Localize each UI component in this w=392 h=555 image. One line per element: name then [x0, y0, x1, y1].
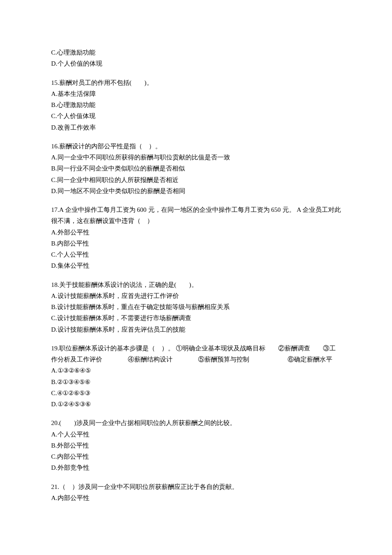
question-stem: 17.A 企业中操作工每月工资为 600 元，在同一地区的企业中操作工每月工资为…: [51, 204, 341, 227]
option-c: C.设计技能薪酬体系时，不需要进行市场薪酬调查: [51, 312, 341, 324]
option-b: B.②①③④⑤⑥: [51, 376, 341, 387]
option-a: A.内部公平性: [51, 492, 341, 503]
question-21: 21.（ ）涉及同一企业中不同职位所获薪酬应正比于各自的贡献。 A.内部公平性: [51, 481, 341, 504]
option-a: A.①③②⑥④⑤: [51, 365, 341, 376]
option-d: D.集体公平性: [51, 260, 341, 271]
option-b: B.设计技能薪酬体系时，重点在于确定技能等级与薪酬相应关系: [51, 301, 341, 312]
option-b: B.同一行业不同企业中类似职位的薪酬是否相似: [51, 163, 341, 174]
question-19: 19.职位薪酬体系设计的基本步骤是（ ）。 ①明确企业基本现状及战略目标 ②薪酬…: [51, 343, 341, 410]
question-16: 16.薪酬设计的内部公平性是指（ ）。 A.同一企业中不同职位所获得的薪酬与职位…: [51, 141, 341, 197]
option-c: C.④①②⑥⑤③: [51, 387, 341, 399]
question-stem: 15.薪酬对员工的作用不包括( )。: [51, 77, 341, 88]
question-stem: 18.关于技能薪酬体系设计的说法，正确的是( )。: [51, 279, 341, 290]
option-d: D.设计技能薪酬体系时，应首先评估员工的技能: [51, 324, 341, 335]
question-17: 17.A 企业中操作工每月工资为 600 元，在同一地区的企业中操作工每月工资为…: [51, 204, 341, 272]
option-a: A.外部公平性: [51, 227, 341, 238]
question-stem: 21.（ ）涉及同一企业中不同职位所获薪酬应正比于各自的贡献。: [51, 481, 341, 492]
option-a: A.同一企业中不同职位所获得的薪酬与职位贡献的比值是否一致: [51, 152, 341, 163]
option-d: D.同一地区不同企业中类似职位的薪酬是否相同: [51, 185, 341, 197]
question-15: 15.薪酬对员工的作用不包括( )。 A.基本生活保障 B.心理激励功能 C.个…: [51, 77, 341, 133]
question-stem: 16.薪酬设计的内部公平性是指（ ）。: [51, 141, 341, 152]
option-c: C.同一企业中相同职位的人所获报酬是否相近: [51, 174, 341, 185]
option-d: D.个人价值的体现: [51, 58, 341, 69]
option-b: B.内部公平性: [51, 238, 341, 249]
option-c: C.心理激励功能: [51, 47, 341, 58]
option-b: B.外部公平性: [51, 440, 341, 451]
option-d: D.改善工作效率: [51, 122, 341, 133]
option-c: C.内部公平性: [51, 451, 341, 462]
question-stem: 20.( )涉及同一企业中占据相同职位的人所获薪酬之间的比较。: [51, 417, 341, 428]
option-d: D.①②④⑤③⑥: [51, 399, 341, 410]
option-c: C.个人价值体现: [51, 110, 341, 121]
option-a: A.个人公平性: [51, 429, 341, 440]
orphan-options: C.心理激励功能 D.个人价值的体现: [51, 47, 341, 69]
option-a: A.设计技能薪酬体系时，应首先进行工作评价: [51, 290, 341, 301]
question-20: 20.( )涉及同一企业中占据相同职位的人所获薪酬之间的比较。 A.个人公平性 …: [51, 417, 341, 473]
question-stem: 19.职位薪酬体系设计的基本步骤是（ ）。 ①明确企业基本现状及战略目标 ②薪酬…: [51, 343, 341, 365]
option-a: A.基本生活保障: [51, 88, 341, 99]
option-b: B.心理激励功能: [51, 99, 341, 110]
option-d: D.外部竞争性: [51, 462, 341, 473]
option-c: C.个人公平性: [51, 249, 341, 260]
question-18: 18.关于技能薪酬体系设计的说法，正确的是( )。 A.设计技能薪酬体系时，应首…: [51, 279, 341, 335]
